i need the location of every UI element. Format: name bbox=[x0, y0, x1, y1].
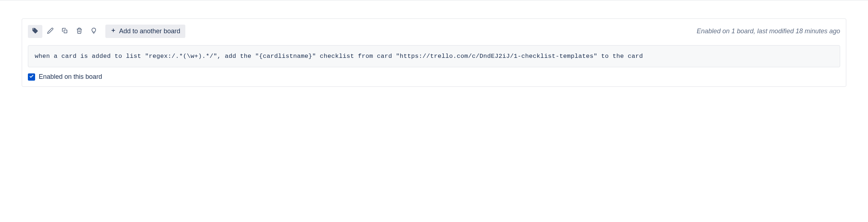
rule-status-text: Enabled on 1 board, last modified 18 min… bbox=[697, 27, 840, 35]
enabled-checkbox-label[interactable]: Enabled on this board bbox=[39, 73, 102, 81]
edit-button[interactable] bbox=[44, 25, 57, 38]
rule-header: Add to another board Enabled on 1 board,… bbox=[28, 25, 840, 38]
delete-button[interactable] bbox=[73, 25, 86, 38]
trash-icon bbox=[76, 27, 83, 35]
check-icon bbox=[29, 74, 34, 80]
rule-actions-toolbar: Add to another board bbox=[28, 25, 185, 38]
label-button[interactable] bbox=[28, 25, 42, 38]
enabled-checkbox[interactable] bbox=[28, 73, 35, 81]
rule-definition-text: when a card is added to list "regex:/.*(… bbox=[28, 45, 840, 67]
copy-button[interactable] bbox=[58, 25, 71, 38]
hint-button[interactable] bbox=[87, 25, 100, 38]
add-board-label: Add to another board bbox=[119, 27, 180, 35]
top-divider bbox=[0, 0, 868, 0]
copy-icon bbox=[62, 27, 68, 35]
plus-icon bbox=[110, 27, 116, 35]
automation-rule-card: Add to another board Enabled on 1 board,… bbox=[22, 18, 846, 87]
pencil-icon bbox=[47, 27, 54, 35]
rule-footer: Enabled on this board bbox=[28, 73, 840, 81]
svg-rect-0 bbox=[64, 30, 67, 33]
lightbulb-icon bbox=[90, 27, 97, 35]
add-to-another-board-button[interactable]: Add to another board bbox=[105, 25, 185, 38]
tag-icon bbox=[32, 27, 38, 35]
